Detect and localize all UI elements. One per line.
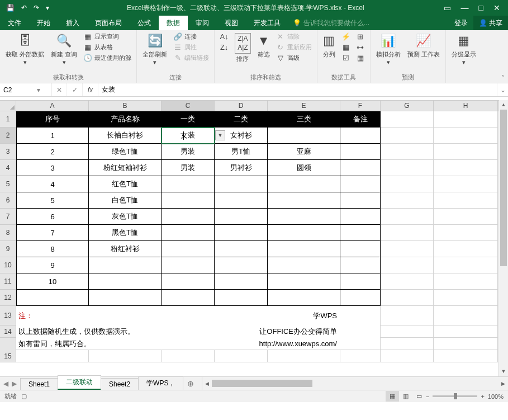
cell[interactable] bbox=[340, 306, 381, 325]
cell[interactable] bbox=[434, 325, 498, 338]
accept-formula-button[interactable]: ✓ bbox=[67, 83, 83, 96]
share-button[interactable]: 👤 共享 bbox=[473, 16, 508, 30]
cell[interactable] bbox=[434, 111, 498, 128]
cell[interactable]: 粉红短袖衬衫 bbox=[89, 160, 162, 176]
cell[interactable]: 白色T恤 bbox=[89, 192, 162, 209]
collapse-ribbon-icon[interactable]: ˄ bbox=[501, 74, 505, 82]
cell[interactable] bbox=[340, 257, 381, 273]
advanced-filter-button[interactable]: ▽高级 bbox=[274, 53, 314, 63]
zoom-out-button[interactable]: − bbox=[426, 393, 429, 400]
cell[interactable] bbox=[381, 144, 434, 160]
sheet-prev-icon[interactable]: ◀ bbox=[3, 380, 8, 388]
cell[interactable] bbox=[162, 290, 215, 306]
cell[interactable] bbox=[434, 257, 498, 273]
close-button[interactable]: ✕ bbox=[489, 2, 505, 13]
connections-button[interactable]: 🔗连接 bbox=[172, 32, 211, 41]
vertical-scrollbar[interactable]: ▲ ▼ bbox=[498, 100, 508, 376]
sort-button[interactable]: Z|AA|Z排序 bbox=[232, 32, 253, 64]
tab-insert[interactable]: 插入 bbox=[58, 16, 87, 30]
cell[interactable]: 红色T恤 bbox=[89, 176, 162, 192]
cell[interactable] bbox=[89, 257, 162, 273]
cell[interactable] bbox=[268, 225, 340, 241]
cell[interactable] bbox=[434, 160, 498, 176]
namebox-dropdown-icon[interactable]: ▾ bbox=[37, 86, 40, 94]
cell[interactable] bbox=[434, 225, 498, 241]
cell[interactable] bbox=[89, 290, 162, 306]
show-queries-button[interactable]: ▦显示查询 bbox=[82, 32, 133, 41]
cell[interactable]: 4 bbox=[16, 176, 89, 192]
cell[interactable] bbox=[434, 350, 498, 362]
tab-data[interactable]: 数据 bbox=[159, 16, 188, 30]
cell[interactable] bbox=[89, 273, 162, 290]
cell[interactable] bbox=[340, 338, 381, 350]
cell[interactable] bbox=[162, 176, 215, 192]
col-header-h[interactable]: H bbox=[434, 101, 498, 111]
cell[interactable] bbox=[381, 209, 434, 225]
col-header-f[interactable]: F bbox=[340, 101, 381, 111]
row-header-9[interactable]: 9 bbox=[0, 241, 16, 257]
cell[interactable] bbox=[381, 192, 434, 209]
cell[interactable]: 一类 bbox=[162, 111, 215, 128]
cell[interactable] bbox=[340, 290, 381, 306]
cell[interactable] bbox=[381, 257, 434, 273]
col-header-a[interactable]: A bbox=[16, 101, 89, 111]
tab-home[interactable]: 开始 bbox=[29, 16, 58, 30]
cell[interactable]: 产品名称 bbox=[89, 111, 162, 128]
data-validation-button[interactable]: ☑ bbox=[340, 53, 352, 63]
sheet-tab[interactable]: Sheet2 bbox=[101, 378, 139, 390]
cell[interactable]: 灰色T恤 bbox=[89, 209, 162, 225]
cell[interactable]: 亚麻 bbox=[268, 144, 340, 160]
cell[interactable]: 男T恤 bbox=[215, 144, 268, 160]
name-box-input[interactable] bbox=[3, 86, 37, 94]
new-query-button[interactable]: 🔍新建 查询▾ bbox=[49, 32, 79, 67]
formula-input[interactable]: 女装 bbox=[98, 83, 497, 96]
cell[interactable] bbox=[381, 306, 434, 325]
cell[interactable] bbox=[340, 144, 381, 160]
cell[interactable] bbox=[381, 241, 434, 257]
cell[interactable] bbox=[215, 176, 268, 192]
cell[interactable]: 10 bbox=[16, 273, 89, 290]
cell[interactable] bbox=[162, 273, 215, 290]
macro-record-icon[interactable]: ▢ bbox=[21, 393, 27, 400]
cell[interactable] bbox=[381, 273, 434, 290]
cell[interactable] bbox=[434, 306, 498, 325]
cancel-formula-button[interactable]: ✕ bbox=[51, 83, 67, 96]
cell[interactable] bbox=[340, 241, 381, 257]
from-table-button[interactable]: ▦从表格 bbox=[82, 43, 133, 52]
cell[interactable]: 三类 bbox=[268, 111, 340, 128]
row-header-13[interactable]: 13 bbox=[0, 306, 16, 325]
cell[interactable]: 圆领 bbox=[268, 160, 340, 176]
ribbon-options-icon[interactable]: ▭ bbox=[439, 2, 455, 13]
cell[interactable] bbox=[162, 257, 215, 273]
tab-view[interactable]: 视图 bbox=[217, 16, 246, 30]
scroll-thumb[interactable] bbox=[212, 380, 312, 387]
zoom-knob[interactable] bbox=[454, 393, 457, 399]
cell[interactable] bbox=[268, 290, 340, 306]
row-header-8[interactable]: 8 bbox=[0, 225, 16, 241]
zoom-slider[interactable] bbox=[433, 395, 477, 397]
cell[interactable]: 7 bbox=[16, 225, 89, 241]
minimize-button[interactable]: — bbox=[457, 2, 473, 13]
cell[interactable]: 6 bbox=[16, 209, 89, 225]
get-external-data-button[interactable]: 🗄获取 外部数据▾ bbox=[3, 32, 46, 67]
cell[interactable] bbox=[381, 111, 434, 128]
remove-duplicates-button[interactable]: ▦ bbox=[340, 43, 352, 52]
cell[interactable]: 注： bbox=[16, 306, 89, 325]
cell[interactable] bbox=[381, 176, 434, 192]
row-header-4[interactable]: 4 bbox=[0, 160, 16, 176]
row-header-1[interactable]: 1 bbox=[0, 111, 16, 128]
login-button[interactable]: 登录 bbox=[449, 16, 473, 30]
fx-button[interactable]: fx bbox=[83, 83, 98, 96]
cell[interactable]: 9 bbox=[16, 257, 89, 273]
recent-sources-button[interactable]: 🕓最近使用的源 bbox=[82, 53, 133, 63]
cell[interactable] bbox=[215, 290, 268, 306]
qat-dropdown-icon[interactable]: ▾ bbox=[43, 3, 52, 13]
col-header-b[interactable]: B bbox=[89, 101, 162, 111]
cell[interactable] bbox=[340, 128, 381, 144]
tab-review[interactable]: 审阅 bbox=[188, 16, 217, 30]
cell[interactable] bbox=[434, 144, 498, 160]
row-header-12[interactable]: 12 bbox=[0, 290, 16, 306]
cell[interactable] bbox=[162, 209, 215, 225]
sheet-tab-active[interactable]: 二级联动 bbox=[58, 375, 101, 390]
cell[interactable]: 男装 bbox=[162, 160, 215, 176]
